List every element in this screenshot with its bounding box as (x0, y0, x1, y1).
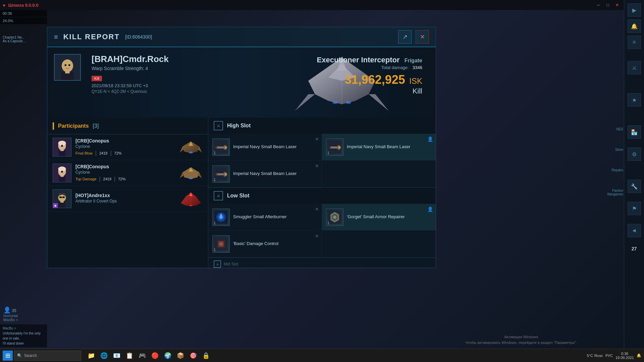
high-slot-item-1[interactable]: 1 Imperial Navy Small Beam Laser ✕ (208, 134, 322, 161)
macbo-label: MacBo > (3, 318, 18, 322)
stat-label-2: Top Damage (75, 177, 96, 181)
participant-item-3[interactable]: ◆ [HOT]Andre1xx Arbitrator II Covert Ops (47, 186, 208, 212)
close-icon-1[interactable]: ✕ (315, 136, 319, 142)
taskbar-app-3[interactable]: 📧 (111, 350, 123, 362)
close-btn[interactable]: ✕ (613, 2, 621, 8)
taskbar-app-9[interactable]: 🎯 (187, 350, 199, 362)
participants-header: Participants [3] (47, 118, 208, 134)
modal-close-button[interactable]: ✕ (416, 30, 429, 44)
search-icon: 🔍 (17, 353, 22, 358)
participant-2-info: [CRB]Conopus Cyclone Top Damage | 2419 |… (75, 164, 175, 182)
low-slot-item-2[interactable]: 1 'Gorget' Small Armor Repairer 👤 (322, 204, 436, 231)
sidebar-icon-2[interactable]: 🔔 (628, 19, 641, 33)
victim-warp: Warp Scramble Strength: 4 (92, 66, 169, 71)
low-slot-item-1[interactable]: 1 Smuggler Small Afterburner ✕ (208, 204, 322, 231)
left-hud: 00:36 24.0% Chapter1 Ne... As a Capsule.… (0, 10, 47, 44)
sidebar-icon-flag[interactable]: ⚑ (628, 202, 641, 215)
close-icon-3[interactable]: ✕ (315, 163, 319, 169)
laser-icon-2: 1 (326, 138, 343, 156)
svg-marker-3 (369, 94, 389, 111)
close-icon-ab[interactable]: ✕ (315, 206, 319, 212)
main-content: Participants [3] (47, 118, 436, 268)
restore-btn[interactable]: □ (604, 2, 612, 8)
victim-date: 2021/09/18 23:32:59 UTC +3 (92, 83, 169, 88)
taskbar-app-1[interactable]: 📁 (85, 350, 97, 362)
participant-3-ship-img (179, 191, 203, 206)
high-slot-items: 1 Imperial Navy Small Beam Laser ✕ (208, 134, 436, 187)
taskbar-app-6[interactable]: 🔴 (149, 350, 161, 362)
start-button[interactable]: ⊞ (3, 351, 13, 361)
participant-item-2[interactable]: [CRB]Conopus Cyclone Top Damage | 2419 |… (47, 160, 208, 186)
taskbar-language: РУС (605, 354, 613, 358)
sidebar-icon-1[interactable]: ▶ (628, 3, 641, 17)
taskbar-notification[interactable]: 🔔 (637, 353, 641, 358)
low-slot-icon: ⚔ (214, 191, 223, 200)
participants-bar (53, 122, 54, 130)
ship-stats: Executioner Interceptor Frigate Total da… (317, 56, 422, 96)
stat-label-1: Final Blow (75, 151, 93, 155)
sidebar-label-repairs: Repairs (607, 168, 623, 172)
taskbar-app-8[interactable]: 📦 (174, 350, 186, 362)
taskbar: ⊞ 🔍 Search 📁 🌐 📧 📋 🎮 🔴 🌍 📦 🎯 🔒 5°С Ясно … (0, 349, 644, 362)
taskbar-search[interactable]: 🔍 Search (14, 351, 81, 361)
svg-point-6 (346, 101, 351, 104)
participant-item[interactable]: [CRB]Conopus Cyclone Final Blow | 2419 |… (47, 134, 208, 160)
kill-type-label: Kill (317, 87, 422, 96)
app-icon: ● (3, 2, 5, 8)
taskbar-app-2[interactable]: 🌐 (98, 350, 110, 362)
sidebar-icon-arrow[interactable]: ◄ (628, 224, 641, 237)
sidebar-icon-4[interactable]: ⚔ (628, 61, 641, 74)
taskbar-right: 5°С Ясно РУС 0:36 19.09.2021 🔔 (587, 352, 641, 360)
item-count-3: 1 (214, 178, 216, 182)
participant-2-ship: Cyclone (75, 170, 175, 175)
sidebar-label-store: Store (607, 148, 623, 152)
participant-2-name: [CRB]Conopus (75, 164, 175, 169)
windows-activation: Активация Windows Чтобы активировать Win… (466, 334, 577, 346)
afterburner-icon: 1 (212, 208, 230, 226)
minimize-btn[interactable]: ─ (594, 2, 602, 8)
participants-panel: Participants [3] (47, 118, 208, 268)
svg-point-11 (62, 59, 73, 72)
next-slot-icon: ⚔ (214, 260, 221, 268)
svg-rect-75 (219, 243, 223, 245)
svg-rect-61 (215, 174, 217, 175)
fit-panel: ⚔ High Slot (208, 118, 436, 268)
taskbar-app-4[interactable]: 📋 (123, 350, 136, 362)
laser-icon-3: 1 (212, 165, 230, 183)
window-controls: ─ □ ✕ (594, 2, 621, 8)
high-slot-header: ⚔ High Slot (208, 118, 436, 134)
sidebar-icon-store[interactable]: 🏪 (628, 125, 641, 139)
svg-rect-37 (59, 202, 65, 208)
high-slot-section: ⚔ High Slot (208, 118, 436, 188)
participant-avatar-3: ◆ (53, 189, 71, 208)
high-slot-item-3[interactable]: 1 Imperial Navy Small Beam Laser ✕ (208, 161, 322, 187)
modal-menu-icon[interactable]: ≡ (54, 33, 58, 41)
sidebar-icon-tools[interactable]: ⚙ (628, 147, 641, 161)
export-button[interactable]: ↗ (398, 30, 412, 44)
stat-pct-2: 72% (118, 177, 125, 181)
taskbar-app-5[interactable]: 🎮 (136, 350, 148, 362)
close-icon-dc[interactable]: ✕ (315, 233, 319, 239)
low-slot-items: 1 Smuggler Small Afterburner ✕ (208, 204, 436, 257)
victim-name: [BRAH]Cmdr.Rock (92, 54, 169, 64)
chat-line-2: Unfortunately I'm the only one in vale, (3, 331, 44, 341)
sidebar-icon-3[interactable]: ≡ (628, 36, 641, 49)
sidebar-icon-repairs[interactable]: 🔧 (628, 180, 641, 193)
svg-point-70 (333, 216, 336, 219)
stat-damage-2: 2419 (103, 177, 111, 181)
hud-chapter: Chapter1 Ne... As a Capsule... (0, 34, 47, 44)
high-slot-item-2[interactable]: 1 Imperial Navy Small Beam Laser 👤 (322, 134, 436, 161)
sidebar-right: ▶ 🔔 ≡ ⚔ ★ 🏪 ⚙ 🔧 ⚑ ◄ 27 (624, 0, 644, 362)
kill-report-modal: ≡ KILL REPORT [ID:6064300] ↗ ✕ (47, 27, 436, 268)
modal-id: [ID:6064300] (125, 34, 152, 40)
chat-panel: MacBo > Unfortunately I'm the only one i… (0, 324, 47, 347)
high-slot-icon: ⚔ (214, 121, 223, 130)
low-slot-item-3[interactable]: 1 'Basic' Damage Control ✕ (208, 231, 322, 257)
taskbar-app-7[interactable]: 🌍 (162, 350, 174, 362)
armor-rep-icon: 1 (326, 208, 343, 226)
svg-point-60 (224, 173, 227, 176)
taskbar-app-10[interactable]: 🔒 (200, 350, 212, 362)
victim-location: QY1E-N < 4QZ-2M < Querious (92, 89, 169, 94)
svg-point-12 (64, 64, 66, 66)
sidebar-icon-nes[interactable]: ★ (628, 93, 641, 107)
